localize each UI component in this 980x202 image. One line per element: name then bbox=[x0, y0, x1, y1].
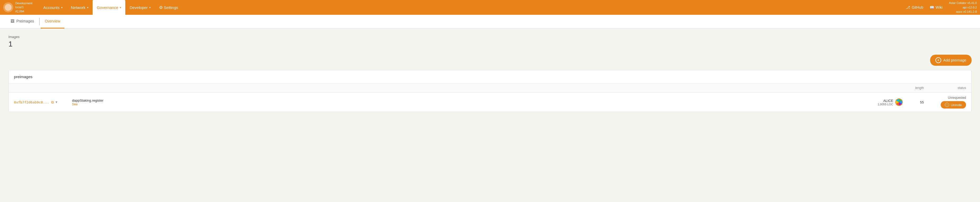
header-length: length bbox=[903, 86, 924, 90]
book-icon: 📖 bbox=[930, 5, 934, 10]
status-cell: Unrequested − Unnote bbox=[924, 96, 966, 109]
api-version: api v12.0.2 bbox=[949, 5, 977, 10]
nav-item-developer[interactable]: Developer ▾ bbox=[125, 0, 154, 15]
copy-icon[interactable]: ⧉ bbox=[51, 100, 54, 104]
chevron-down-icon: ▾ bbox=[87, 6, 88, 9]
chevron-down-icon: ▾ bbox=[120, 6, 121, 9]
tab-preimages-label: Preimages bbox=[16, 19, 34, 23]
hash-cell: 0xfb7f2d6ab9c0... ⧉ ▼ bbox=[14, 100, 72, 104]
account-cell: ALICE 1,0055 LOC bbox=[850, 98, 903, 106]
avatar-inner bbox=[896, 99, 902, 105]
hash-text: 0xfb7f2d6ab9c0... bbox=[14, 100, 49, 104]
logo-area[interactable]: Development local/1 #2,094 bbox=[3, 1, 35, 13]
account-balance: 1,0055 LOC bbox=[878, 103, 893, 106]
nav-label-developer: Developer bbox=[129, 5, 148, 10]
tabs-bar: 🖼 Preimages Overview bbox=[0, 15, 980, 29]
nav-item-accounts[interactable]: Accounts ▾ bbox=[39, 0, 67, 15]
apps-version: apps v0.141.2-0 bbox=[949, 10, 977, 14]
github-link[interactable]: ⎇ GitHub bbox=[906, 5, 923, 10]
method-name: dappStaking.register bbox=[72, 98, 850, 103]
length-cell: 55 bbox=[903, 100, 924, 104]
nav-label-settings: Settings bbox=[164, 5, 178, 10]
tab-preimages[interactable]: 🖼 Preimages bbox=[6, 15, 38, 29]
network-info: Development local/1 #2,094 bbox=[15, 1, 32, 13]
top-navigation: Development local/1 #2,094 Accounts ▾ Ne… bbox=[0, 0, 980, 15]
unnote-label: Unnote bbox=[951, 103, 962, 107]
tab-overview[interactable]: Overview bbox=[41, 15, 64, 29]
method-see-link[interactable]: See bbox=[72, 103, 850, 106]
add-preimage-label: Add preimage bbox=[943, 58, 966, 63]
preimages-icon: 🖼 bbox=[11, 19, 14, 23]
tab-divider bbox=[39, 18, 40, 26]
tab-overview-label: Overview bbox=[45, 19, 60, 23]
minus-icon: − bbox=[945, 103, 949, 107]
nav-label-accounts: Accounts bbox=[43, 5, 60, 10]
method-cell: dappStaking.register See bbox=[72, 98, 850, 106]
nav-item-governance[interactable]: Governance ▾ bbox=[92, 0, 126, 15]
expand-icon[interactable]: ▼ bbox=[55, 100, 58, 104]
nav-label-governance: Governance bbox=[97, 5, 118, 10]
nav-item-settings[interactable]: ⚙ Settings bbox=[155, 0, 182, 15]
wiki-link[interactable]: 📖 Wiki bbox=[930, 5, 943, 10]
nav-right: ⎇ GitHub 📖 Wiki Astar Collator v5.41.0 a… bbox=[906, 1, 977, 14]
plus-icon: + bbox=[935, 57, 941, 63]
logo-inner bbox=[5, 4, 12, 11]
nav-item-network[interactable]: Network ▾ bbox=[67, 0, 92, 15]
nav-items: Accounts ▾ Network ▾ Governance ▾ Develo… bbox=[39, 0, 906, 15]
nav-label-network: Network bbox=[71, 5, 86, 10]
github-label: GitHub bbox=[912, 5, 923, 10]
main-content: images 1 + Add preimage preimages length… bbox=[0, 29, 980, 118]
avatar bbox=[895, 98, 903, 106]
unnote-button[interactable]: − Unnote bbox=[941, 101, 966, 109]
network-endpoint: local/1 bbox=[15, 5, 32, 9]
version-info: Astar Collator v5.41.0 api v12.0.2 apps … bbox=[949, 1, 977, 14]
stat-images: images 1 bbox=[8, 35, 972, 48]
add-preimage-area: + Add preimage bbox=[8, 55, 972, 66]
wiki-label: Wiki bbox=[936, 5, 943, 10]
settings-icon: ⚙ bbox=[159, 5, 163, 10]
chevron-down-icon: ▾ bbox=[61, 6, 62, 9]
stat-images-label: images bbox=[8, 35, 972, 39]
add-preimage-button[interactable]: + Add preimage bbox=[930, 55, 972, 66]
preimages-table: preimages length status 0xfb7f2d6ab9c0..… bbox=[8, 70, 972, 112]
table-header: length status bbox=[9, 83, 971, 93]
network-name: Development bbox=[15, 1, 32, 5]
network-block: #2,094 bbox=[15, 10, 32, 13]
network-logo bbox=[3, 2, 13, 13]
version-text: Astar Collator v5.41.0 bbox=[949, 1, 977, 5]
header-status: status bbox=[924, 86, 966, 90]
table-title: preimages bbox=[9, 70, 971, 83]
status-badge: Unrequested bbox=[948, 96, 966, 99]
table-row: 0xfb7f2d6ab9c0... ⧉ ▼ dappStaking.regist… bbox=[9, 93, 971, 112]
chevron-down-icon: ▾ bbox=[149, 6, 151, 9]
account-info: ALICE 1,0055 LOC bbox=[878, 99, 893, 106]
stat-images-value: 1 bbox=[8, 40, 972, 48]
account-name: ALICE bbox=[878, 99, 893, 103]
git-branch-icon: ⎇ bbox=[906, 5, 910, 10]
